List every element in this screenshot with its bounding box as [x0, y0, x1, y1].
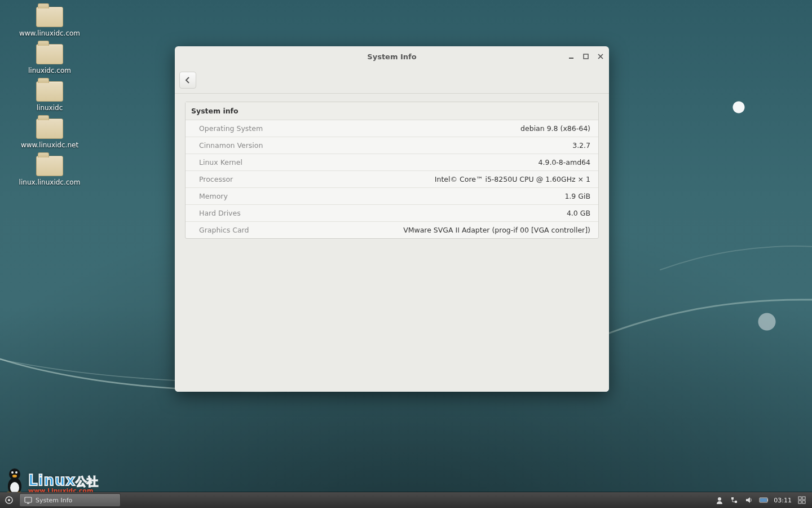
svg-rect-17 — [798, 497, 801, 500]
svg-rect-20 — [802, 501, 805, 503]
desktop-icon-label: linuxidc.com — [16, 67, 83, 75]
svg-rect-18 — [802, 497, 805, 500]
window-toolbar — [175, 67, 609, 94]
window-titlebar[interactable]: System Info — [175, 46, 609, 67]
back-button[interactable] — [179, 72, 196, 89]
info-row: Graphics Card VMware SVGA II Adapter (pr… — [186, 222, 598, 238]
system-tray: 03:11 — [709, 496, 812, 505]
info-key: Memory — [199, 192, 301, 200]
show-desktop-icon[interactable] — [797, 496, 806, 505]
svg-rect-19 — [798, 501, 801, 503]
info-value: Intel© Core™ i5-8250U CPU @ 1.60GHz × 1 — [301, 175, 590, 183]
svg-rect-10 — [735, 501, 737, 503]
taskbar-item-label: System Info — [36, 497, 72, 504]
desktop-folder[interactable]: linuxidc.com — [16, 44, 83, 75]
info-row: Memory 1.9 GiB — [186, 188, 598, 205]
info-row: Operating System debian 9.8 (x86-64) — [186, 120, 598, 137]
svg-rect-7 — [27, 503, 29, 504]
battery-icon[interactable] — [759, 496, 768, 505]
info-key: Operating System — [199, 124, 301, 133]
info-value: debian 9.8 (x86-64) — [301, 124, 590, 133]
maximize-icon — [583, 54, 589, 59]
desktop-icon-label: www.linuxidc.com — [16, 29, 83, 37]
svg-point-8 — [718, 497, 721, 501]
close-icon — [598, 54, 603, 59]
minimize-icon — [568, 54, 574, 59]
info-row: Cinnamon Version 3.2.7 — [186, 137, 598, 154]
info-key: Linux Kernel — [199, 158, 301, 167]
folder-icon — [36, 119, 63, 139]
info-row: Processor Intel© Core™ i5-8250U CPU @ 1.… — [186, 171, 598, 188]
info-key: Processor — [199, 175, 301, 183]
desktop-folder[interactable]: www.linuxidc.com — [16, 7, 83, 37]
svg-marker-13 — [746, 497, 750, 503]
watermark: Linux公社 www.Linuxidc.com — [3, 468, 98, 494]
watermark-brand: Linux — [28, 472, 76, 489]
desktop-icon-label: www.linuxidc.net — [16, 141, 83, 149]
svg-rect-1 — [584, 54, 588, 59]
svg-rect-6 — [25, 497, 32, 502]
info-key: Hard Drives — [199, 209, 301, 217]
taskbar: System Info 03:11 — [0, 492, 812, 508]
info-value: VMware SVGA II Adapter (prog-if 00 [VGA … — [301, 226, 590, 234]
desktop-icons: www.linuxidc.com linuxidc.com linuxidc w… — [16, 7, 83, 193]
svg-rect-15 — [767, 499, 768, 501]
system-info-window: System Info System info — [175, 46, 609, 392]
info-key: Cinnamon Version — [199, 141, 301, 150]
desktop-folder[interactable]: linuxidc — [16, 81, 83, 112]
cinnamon-menu-icon — [5, 496, 14, 505]
menu-button[interactable] — [0, 492, 18, 508]
desktop-folder[interactable]: www.linuxidc.net — [16, 119, 83, 149]
desktop: www.linuxidc.com linuxidc.com linuxidc w… — [0, 0, 812, 508]
system-info-icon — [24, 496, 32, 504]
network-icon[interactable] — [730, 496, 739, 505]
info-value: 3.2.7 — [301, 141, 590, 150]
desktop-icon-label: linuxidc — [16, 104, 83, 112]
svg-point-5 — [8, 499, 10, 501]
user-icon[interactable] — [715, 496, 724, 505]
taskbar-item-system-info[interactable]: System Info — [19, 493, 121, 507]
folder-icon — [36, 7, 63, 27]
watermark-suffix: 公社 — [76, 475, 98, 488]
folder-icon — [36, 81, 63, 102]
panel-header: System info — [186, 102, 598, 120]
info-value: 1.9 GiB — [301, 192, 590, 200]
info-row: Linux Kernel 4.9.0-8-amd64 — [186, 154, 598, 171]
svg-rect-9 — [731, 497, 734, 500]
folder-icon — [36, 44, 63, 64]
clock[interactable]: 03:11 — [774, 497, 792, 504]
minimize-button[interactable] — [567, 52, 575, 60]
window-content: System info Operating System debian 9.8 … — [175, 94, 609, 392]
svg-rect-16 — [760, 498, 767, 502]
desktop-folder[interactable]: linux.linuxidc.com — [16, 156, 83, 186]
desktop-icon-label: linux.linuxidc.com — [16, 178, 83, 186]
info-value: 4.0 GB — [301, 209, 590, 217]
close-button[interactable] — [597, 52, 604, 60]
watermark-text: Linux公社 www.Linuxidc.com — [28, 472, 98, 494]
tux-icon — [3, 468, 26, 494]
chevron-left-icon — [184, 77, 191, 84]
info-key: Graphics Card — [199, 226, 301, 234]
info-value: 4.9.0-8-amd64 — [301, 158, 590, 167]
volume-icon[interactable] — [744, 496, 753, 505]
system-info-panel: System info Operating System debian 9.8 … — [185, 102, 599, 239]
info-row: Hard Drives 4.0 GB — [186, 205, 598, 222]
window-title: System Info — [367, 52, 416, 61]
folder-icon — [36, 156, 63, 176]
svg-rect-0 — [569, 58, 573, 59]
maximize-button[interactable] — [582, 52, 590, 60]
